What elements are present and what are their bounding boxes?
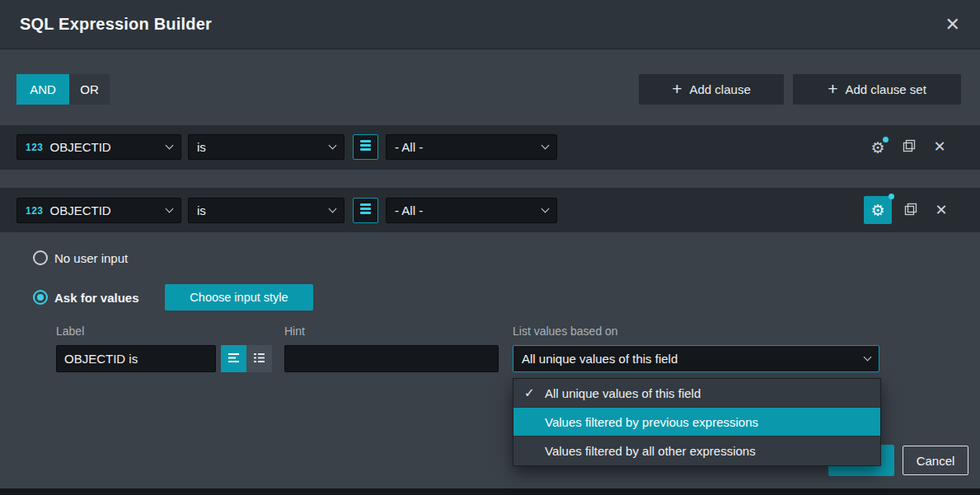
ask-for-values-radio[interactable] <box>33 290 48 305</box>
clause-settings-button-active[interactable]: ⚙ <box>864 196 892 224</box>
add-clause-button[interactable]: + Add clause <box>639 74 784 105</box>
operator-select[interactable]: is <box>188 134 345 160</box>
no-user-input-radio[interactable] <box>33 250 48 265</box>
checklist-style-toggle[interactable] <box>246 345 272 372</box>
operator-select-value: is <box>197 140 206 154</box>
screen: SQL Expression Builder ✕ AND OR + Add cl… <box>0 0 980 495</box>
choose-input-style-button[interactable]: Choose input style <box>165 284 313 311</box>
or-button[interactable]: OR <box>69 74 110 105</box>
settings-badge-dot <box>889 194 894 199</box>
value-select-value: - All - <box>395 140 423 154</box>
label-input[interactable] <box>56 345 216 372</box>
dropdown-option-selected[interactable]: ✓ All unique values of this field <box>513 379 880 408</box>
field-select[interactable]: 123 OBJECTID <box>16 134 181 160</box>
close-icon: ✕ <box>933 139 945 154</box>
copy-icon <box>904 203 917 219</box>
delete-clause-button[interactable]: ✕ <box>931 138 948 155</box>
list-style-toggle-selected[interactable] <box>221 345 246 372</box>
dialog-header: SQL Expression Builder ✕ <box>0 0 980 49</box>
value-select[interactable]: - All - <box>386 134 557 160</box>
chevron-down-icon <box>329 141 337 149</box>
list-values-select-value: All unique values of this field <box>522 352 678 366</box>
field-select-value: OBJECTID <box>50 203 111 217</box>
operator-select-value: is <box>197 203 206 217</box>
chevron-down-icon <box>864 353 872 361</box>
value-source-toggle-button[interactable] <box>353 198 378 223</box>
add-clause-set-button[interactable]: + Add clause set <box>793 74 961 105</box>
field-type-badge: 123 <box>26 142 44 153</box>
dropdown-option-label: All unique values of this field <box>545 386 701 400</box>
close-icon: ✕ <box>935 203 947 217</box>
dropdown-option-label: Values filtered by all other expressions <box>545 444 756 458</box>
field-select-value: OBJECTID <box>50 140 111 154</box>
field-select[interactable]: 123 OBJECTID <box>16 198 181 223</box>
label-field-label: Label <box>56 325 84 338</box>
list-values-label: List values based on <box>513 325 618 338</box>
chevron-down-icon <box>329 204 337 212</box>
add-clause-label: Add clause <box>690 82 751 96</box>
no-user-input-label[interactable]: No user input <box>54 251 128 265</box>
add-clause-set-label: Add clause set <box>845 82 926 96</box>
check-icon: ✓ <box>524 385 535 400</box>
ask-for-values-label[interactable]: Ask for values <box>54 291 139 305</box>
gear-icon: ⚙ <box>870 203 884 218</box>
gear-icon: ⚙ <box>870 140 884 156</box>
duplicate-clause-button[interactable] <box>903 203 918 218</box>
clause-row-2: 123 OBJECTID is - All - ⚙ <box>0 188 980 232</box>
hint-field-label: Hint <box>284 325 305 338</box>
value-select[interactable]: - All - <box>386 198 557 223</box>
value-source-toggle-button[interactable] <box>353 134 378 160</box>
field-type-badge: 123 <box>26 205 44 217</box>
copy-icon <box>903 139 916 156</box>
dropdown-option-highlighted[interactable]: Values filtered by previous expressions <box>513 408 880 437</box>
list-values-dropdown: ✓ All unique values of this field Values… <box>513 378 881 466</box>
chevron-down-icon <box>542 141 550 149</box>
chevron-down-icon <box>166 141 174 149</box>
sql-expression-builder-dialog: SQL Expression Builder ✕ AND OR + Add cl… <box>0 0 980 488</box>
dropdown-option[interactable]: Values filtered by all other expressions <box>513 437 880 465</box>
cancel-button[interactable]: Cancel <box>903 446 968 475</box>
plus-icon: + <box>828 80 837 97</box>
stack-icon <box>359 139 372 155</box>
and-button[interactable]: AND <box>16 74 69 105</box>
list-values-select[interactable]: All unique values of this field <box>513 345 879 372</box>
and-or-toggle: AND OR <box>16 74 110 105</box>
value-select-value: - All - <box>395 203 423 217</box>
operator-select[interactable]: is <box>188 198 345 223</box>
plus-icon: + <box>672 80 682 97</box>
hint-input[interactable] <box>284 345 499 372</box>
list-icon <box>227 352 240 367</box>
chevron-down-icon <box>542 204 550 212</box>
clause-settings-button[interactable]: ⚙ <box>867 137 889 158</box>
close-icon[interactable]: ✕ <box>945 16 960 34</box>
dialog-title: SQL Expression Builder <box>20 15 212 34</box>
dropdown-option-label: Values filtered by previous expressions <box>545 415 758 429</box>
bullet-list-icon <box>253 352 265 367</box>
delete-clause-button[interactable]: ✕ <box>933 202 950 218</box>
chevron-down-icon <box>166 204 174 212</box>
stack-icon <box>359 203 372 218</box>
duplicate-clause-button[interactable] <box>902 140 917 155</box>
settings-badge-dot <box>883 137 889 142</box>
clause-row-1: 123 OBJECTID is - All - ⚙ <box>0 125 980 170</box>
